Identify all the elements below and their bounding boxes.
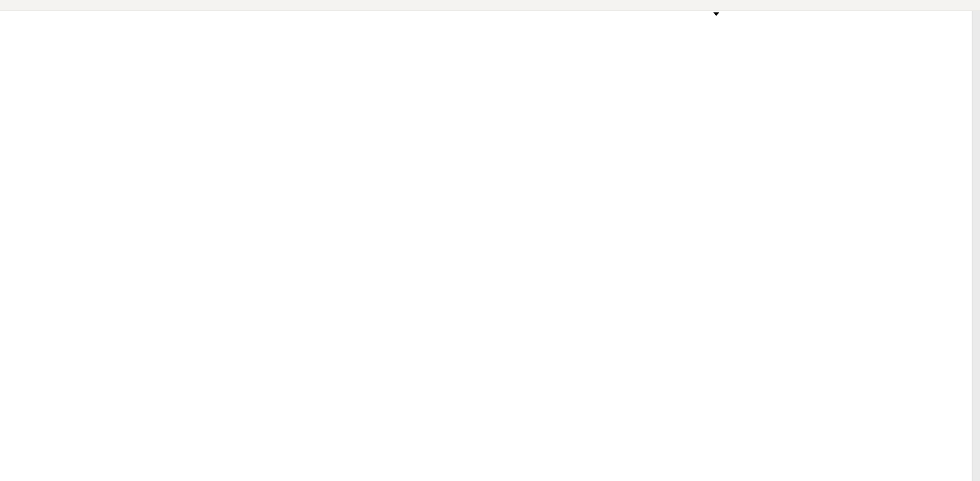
right-edge-strip — [972, 11, 980, 481]
toolbar — [0, 0, 980, 11]
chart-shift-marker-icon[interactable] — [713, 12, 719, 16]
mt4-terminal — [0, 0, 980, 481]
chart-canvas[interactable] — [0, 0, 980, 481]
